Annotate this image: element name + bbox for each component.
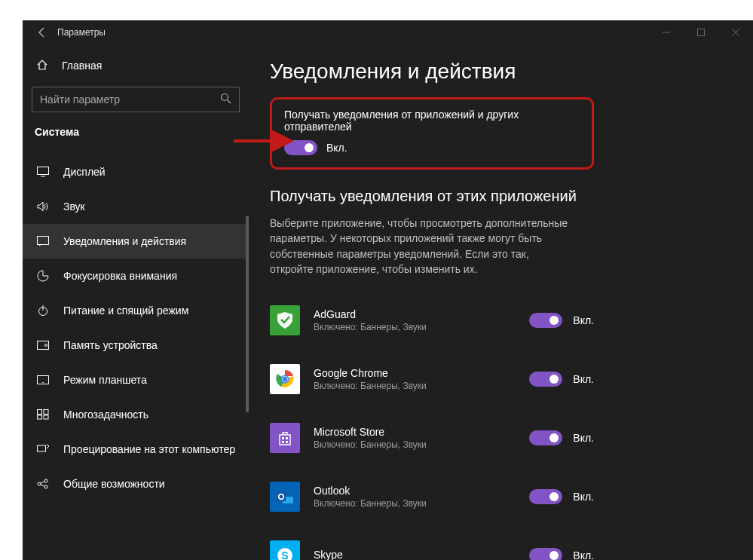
nav-label: Уведомления и действия (63, 235, 186, 247)
svg-rect-8 (38, 237, 49, 245)
store-icon (270, 423, 300, 453)
app-toggle[interactable] (529, 372, 562, 387)
svg-rect-16 (44, 410, 48, 415)
nav-label: Дисплей (63, 166, 106, 178)
search-input[interactable] (40, 93, 220, 106)
app-toggle-state: Вкл. (573, 314, 594, 326)
master-toggle-label: Получать уведомления от приложений и дру… (284, 109, 580, 133)
maximize-button[interactable] (684, 20, 718, 44)
notifications-icon (36, 236, 50, 246)
app-toggle[interactable] (529, 430, 562, 445)
svg-point-22 (44, 485, 47, 488)
home-label: Главная (62, 60, 102, 72)
app-name: Outlook (314, 485, 516, 497)
svg-point-21 (44, 479, 47, 482)
nav-item-shared[interactable]: Общие возможности (23, 467, 249, 501)
nav-item-tablet[interactable]: Режим планшета (23, 363, 249, 397)
svg-rect-1 (698, 29, 705, 36)
nav-label: Фокусировка внимания (63, 270, 177, 282)
app-row-chrome[interactable]: Google Chrome Включено: Баннеры, Звуки В… (270, 355, 594, 403)
search-icon (220, 93, 231, 107)
nav-item-storage[interactable]: Память устройства (23, 328, 249, 363)
svg-line-24 (41, 485, 44, 486)
storage-icon (36, 341, 50, 350)
power-icon (36, 304, 50, 317)
svg-rect-17 (38, 415, 42, 419)
svg-rect-29 (282, 437, 284, 439)
app-name: AdGuard (314, 308, 516, 320)
nav-label: Звук (63, 200, 85, 213)
svg-rect-35 (277, 492, 286, 501)
nav-label: Проецирование на этот компьютер (63, 443, 235, 455)
svg-point-28 (283, 377, 288, 382)
nav-item-power[interactable]: Питание и спящий режим (23, 293, 249, 328)
app-row-store[interactable]: Microsoft Store Включено: Баннеры, Звуки… (270, 414, 594, 462)
svg-point-20 (38, 482, 41, 485)
nav-label: Режим планшета (63, 374, 147, 386)
section-description: Выберите приложение, чтобы просмотреть д… (270, 216, 571, 277)
master-toggle-state: Вкл. (326, 142, 347, 154)
projecting-icon (36, 444, 50, 454)
search-box[interactable] (32, 87, 240, 112)
app-name: Microsoft Store (314, 426, 516, 438)
app-list: AdGuard Включено: Баннеры, Звуки Вкл. Go… (270, 296, 732, 560)
svg-line-5 (228, 99, 231, 103)
app-subtitle: Включено: Баннеры, Звуки (314, 498, 516, 509)
category-label: Система (23, 117, 249, 147)
svg-rect-15 (38, 410, 42, 415)
app-subtitle: Включено: Баннеры, Звуки (314, 381, 516, 391)
page-title: Уведомления и действия (270, 60, 732, 84)
app-row-adguard[interactable]: AdGuard Включено: Баннеры, Звуки Вкл. (270, 296, 594, 344)
app-toggle-state: Вкл. (573, 373, 594, 385)
nav-item-sound[interactable]: Звук (23, 189, 249, 224)
settings-window: Параметры Главная Система (23, 20, 753, 560)
svg-point-4 (222, 93, 228, 100)
home-icon (36, 59, 48, 73)
window-title: Параметры (57, 27, 106, 38)
nav-item-multitask[interactable]: Многозадачность (23, 397, 249, 432)
svg-rect-31 (282, 441, 284, 443)
app-name: Skype (314, 549, 516, 560)
main-content: Уведомления и действия Получать уведомле… (249, 44, 753, 560)
app-toggle-state: Вкл. (573, 549, 594, 560)
home-link[interactable]: Главная (23, 50, 249, 81)
sidebar: Главная Система Дисплей Звук (23, 44, 249, 560)
close-button[interactable] (718, 20, 753, 44)
app-row-skype[interactable]: S Skype Вкл. (270, 531, 594, 560)
app-toggle[interactable] (529, 313, 562, 328)
svg-line-23 (41, 482, 44, 483)
master-toggle[interactable] (284, 140, 317, 155)
shared-icon (36, 479, 50, 489)
multitask-icon (36, 409, 50, 420)
skype-icon: S (270, 540, 300, 560)
nav-label: Память устройства (63, 339, 158, 351)
app-subtitle: Включено: Баннеры, Звуки (314, 322, 516, 332)
titlebar: Параметры (23, 20, 753, 44)
nav-item-display[interactable]: Дисплей (23, 155, 249, 189)
nav-label: Общие возможности (63, 478, 165, 490)
nav-label: Многозадачность (63, 409, 148, 421)
sound-icon (36, 201, 50, 212)
back-button[interactable] (32, 22, 53, 43)
app-toggle[interactable] (529, 548, 562, 560)
app-row-outlook[interactable]: Outlook Включено: Баннеры, Звуки Вкл. (270, 473, 594, 521)
nav-label: Питание и спящий режим (63, 304, 188, 317)
svg-rect-18 (44, 415, 48, 419)
app-toggle-state: Вкл. (573, 432, 594, 444)
nav-item-projecting[interactable]: Проецирование на этот компьютер (23, 432, 249, 467)
app-name: Google Chrome (314, 367, 516, 379)
svg-text:S: S (281, 549, 288, 560)
nav-item-focus[interactable]: Фокусировка внимания (23, 259, 249, 293)
svg-rect-6 (38, 167, 49, 175)
notifications-master-toggle-highlight: Получать уведомления от приложений и дру… (270, 97, 594, 170)
section-title: Получать уведомления от этих приложений (270, 188, 732, 205)
focus-icon (36, 270, 50, 282)
chrome-icon (270, 364, 300, 394)
app-toggle-state: Вкл. (573, 491, 594, 503)
svg-rect-30 (286, 437, 288, 439)
minimize-button[interactable] (649, 20, 684, 44)
svg-point-12 (45, 344, 47, 347)
app-toggle[interactable] (529, 489, 562, 504)
svg-rect-19 (38, 445, 46, 451)
nav-item-notifications[interactable]: Уведомления и действия (23, 224, 249, 259)
